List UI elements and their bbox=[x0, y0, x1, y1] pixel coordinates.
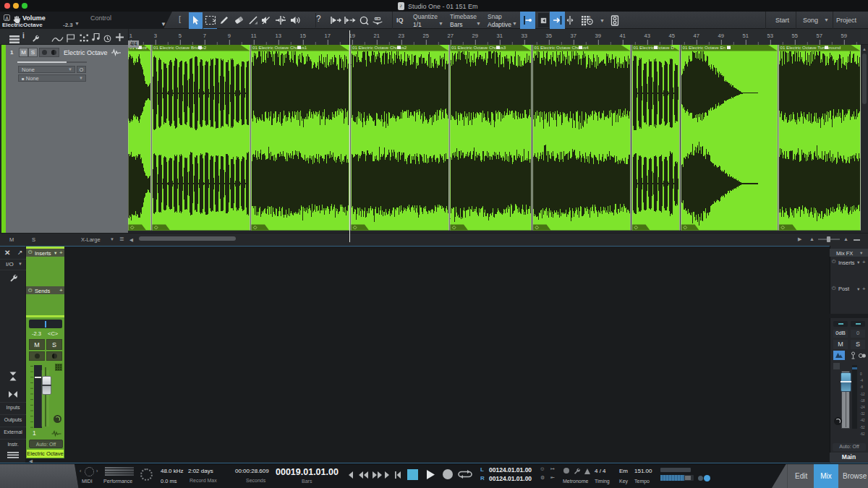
svg-text:59: 59 bbox=[841, 33, 847, 39]
svg-text:-24: -24 bbox=[860, 406, 865, 409]
svg-text:13: 13 bbox=[276, 33, 281, 39]
svg-text:01 Electric Octave Turnaround: 01 Electric Octave Turnaround bbox=[780, 45, 841, 50]
svg-text:3: 3 bbox=[154, 33, 157, 39]
svg-text:9: 9 bbox=[228, 33, 231, 39]
svg-text:-12: -12 bbox=[860, 393, 865, 396]
svg-text:29: 29 bbox=[472, 33, 478, 39]
svg-text:35: 35 bbox=[546, 33, 552, 39]
svg-text:-42: -42 bbox=[860, 419, 865, 422]
svg-text:17: 17 bbox=[325, 33, 331, 39]
svg-text:47: 47 bbox=[694, 33, 699, 39]
svg-text:7: 7 bbox=[203, 33, 206, 39]
svg-text:37: 37 bbox=[571, 33, 576, 39]
svg-text:01 Electric Octave D: 01 Electric Octave D bbox=[634, 45, 675, 50]
svg-text:41: 41 bbox=[620, 33, 626, 39]
svg-text:-62: -62 bbox=[860, 432, 865, 435]
svg-text:45: 45 bbox=[669, 33, 675, 39]
svg-text:01 Electric Octave En: 01 Electric Octave En bbox=[683, 45, 726, 50]
svg-text:33: 33 bbox=[522, 33, 527, 39]
svg-text:-4: -4 bbox=[860, 379, 863, 382]
svg-text:57: 57 bbox=[817, 33, 822, 39]
svg-text:55: 55 bbox=[792, 33, 798, 39]
svg-text:B: B bbox=[376, 16, 378, 20]
svg-text:39: 39 bbox=[595, 33, 601, 39]
svg-text:27: 27 bbox=[448, 33, 454, 39]
svg-text:-32: -32 bbox=[860, 412, 865, 416]
svg-text:⚙: ⚙ bbox=[588, 15, 591, 19]
svg-text:-52: -52 bbox=[860, 426, 865, 429]
svg-text:31: 31 bbox=[497, 33, 503, 39]
svg-text:5: 5 bbox=[179, 33, 182, 39]
svg-text:21: 21 bbox=[374, 33, 380, 39]
svg-text:1: 1 bbox=[129, 33, 132, 39]
svg-text:15: 15 bbox=[300, 33, 306, 39]
svg-text:-8: -8 bbox=[860, 385, 863, 389]
svg-text:49: 49 bbox=[718, 33, 724, 39]
svg-text:11: 11 bbox=[251, 33, 257, 39]
svg-text:43: 43 bbox=[644, 33, 650, 39]
svg-text:0: 0 bbox=[860, 372, 862, 376]
svg-text:51: 51 bbox=[743, 33, 749, 39]
svg-text:53: 53 bbox=[767, 33, 773, 39]
svg-text:25: 25 bbox=[423, 33, 429, 39]
svg-text:-18: -18 bbox=[860, 399, 865, 403]
svg-text:23: 23 bbox=[399, 33, 404, 39]
